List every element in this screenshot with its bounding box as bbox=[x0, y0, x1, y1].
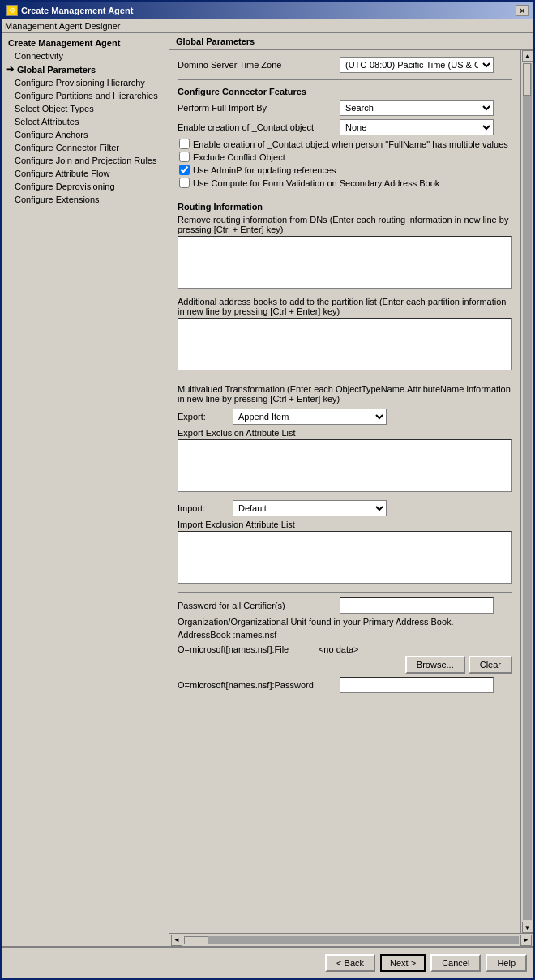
scroll-right-button[interactable]: ► bbox=[520, 935, 532, 946]
main-scroll-content: Domino Server Time Zone (UTC-08:00) Paci… bbox=[169, 50, 520, 933]
separator-2 bbox=[178, 195, 512, 195]
scroll-left-button[interactable]: ◄ bbox=[171, 935, 182, 946]
enable-contact-select[interactable]: None All bbox=[340, 119, 494, 135]
scroll-thumb[interactable] bbox=[523, 63, 531, 96]
horizontal-scrollbar: ◄ ► bbox=[169, 933, 533, 946]
routing-title: Routing Information bbox=[178, 202, 512, 212]
import-select[interactable]: Default Custom bbox=[233, 500, 387, 516]
separator-3 bbox=[178, 379, 512, 379]
cancel-button[interactable]: Cancel bbox=[430, 954, 481, 972]
sidebar-active-label: Global Parameters bbox=[17, 65, 96, 75]
horiz-scroll-thumb[interactable] bbox=[184, 936, 208, 944]
help-button[interactable]: Help bbox=[486, 954, 527, 972]
connector-features-section: Configure Connector Features Perform Ful… bbox=[178, 87, 512, 188]
scroll-up-button[interactable]: ▲ bbox=[522, 50, 533, 62]
sidebar-item-configure-provisioning-hierarchy[interactable]: Configure Provisioning Hierarchy bbox=[2, 76, 169, 89]
sidebar-item-configure-anchors[interactable]: Configure Anchors bbox=[2, 128, 169, 141]
certifier-section: Password for all Certifier(s) Organizati… bbox=[178, 597, 512, 693]
sidebar-item-create-management-agent[interactable]: Create Management Agent bbox=[2, 36, 169, 49]
perform-full-import-select[interactable]: Search Directory bbox=[340, 100, 494, 116]
perform-full-import-row: Perform Full Import By Search Directory bbox=[178, 100, 512, 116]
cb2-checkbox[interactable] bbox=[179, 152, 190, 162]
routing-textarea2-label: Additional address books to add to the p… bbox=[178, 297, 512, 316]
menu-bar: Management Agent Designer bbox=[2, 19, 533, 33]
sidebar-item-configure-partitions-hierarchies[interactable]: Configure Partitions and Hierarchies bbox=[2, 89, 169, 102]
sidebar: Create Management Agent Connectivity ➔ G… bbox=[2, 33, 169, 946]
clear-button[interactable]: Clear bbox=[469, 656, 512, 674]
sidebar-item-configure-extensions[interactable]: Configure Extensions bbox=[2, 193, 169, 206]
export-exclusion-wrapper: Export Exclusion Attribute List bbox=[178, 428, 512, 494]
multivalued-section: Multivalued Transformation (Enter each O… bbox=[178, 384, 512, 585]
separator-4 bbox=[178, 592, 512, 593]
timezone-label: Domino Server Time Zone bbox=[178, 60, 340, 70]
org-note: Organization/Organizational Unit found i… bbox=[178, 617, 512, 627]
enable-contact-label: Enable creation of _Contact object bbox=[178, 122, 340, 132]
export-select[interactable]: Append Item Replace Item bbox=[233, 409, 387, 425]
export-row: Export: Append Item Replace Item bbox=[178, 409, 512, 425]
address-book: AddressBook :names.nsf bbox=[178, 630, 512, 640]
routing-textarea1-label: Remove routing information from DNs (Ent… bbox=[178, 215, 512, 234]
file-label-text: O=microsoft[names.nsf]:File bbox=[178, 644, 289, 654]
perform-full-import-label: Perform Full Import By bbox=[178, 103, 340, 113]
file-value: <no data> bbox=[319, 644, 359, 654]
content-area: Create Management Agent Connectivity ➔ G… bbox=[2, 33, 533, 946]
enable-contact-row: Enable creation of _Contact object None … bbox=[178, 119, 512, 135]
cb3-label: Use AdminP for updating references bbox=[193, 165, 336, 175]
main-panel: Global Parameters Domino Server Time Zon… bbox=[169, 33, 533, 946]
sidebar-item-configure-join-projection-rules[interactable]: Configure Join and Projection Rules bbox=[2, 154, 169, 167]
bottom-bar: < Back Next > Cancel Help bbox=[2, 946, 533, 978]
next-button[interactable]: Next > bbox=[380, 954, 426, 972]
sidebar-item-select-object-types[interactable]: Select Object Types bbox=[2, 102, 169, 115]
import-label: Import: bbox=[178, 503, 226, 513]
app-icon: ⚙ bbox=[6, 5, 18, 16]
certifier-password-row: Password for all Certifier(s) bbox=[178, 597, 512, 614]
file-label: O=microsoft[names.nsf]:File <no data> bbox=[178, 644, 512, 654]
title-bar-left: ⚙ Create Management Agent bbox=[6, 5, 133, 16]
separator-1 bbox=[178, 79, 512, 80]
cb2-label: Exclude Conflict Object bbox=[193, 152, 285, 162]
certifier-password2-row: O=microsoft[names.nsf]:Password bbox=[178, 677, 512, 693]
window-title: Create Management Agent bbox=[21, 6, 133, 15]
checkbox-row-2: Exclude Conflict Object bbox=[178, 152, 512, 162]
export-exclusion-label: Export Exclusion Attribute List bbox=[178, 428, 512, 438]
sidebar-arrow-global-parameters[interactable]: ➔ Global Parameters bbox=[2, 62, 169, 76]
menu-bar-label: Management Agent Designer bbox=[5, 21, 120, 31]
checkbox-row-3: Use AdminP for updating references bbox=[178, 165, 512, 175]
routing-textarea2[interactable] bbox=[178, 318, 512, 370]
browse-row: Browse... Clear bbox=[178, 656, 512, 674]
checkbox-row-1: Enable creation of _Contact object when … bbox=[178, 139, 512, 149]
main-header: Global Parameters bbox=[169, 33, 533, 50]
export-exclusion-textarea[interactable] bbox=[178, 439, 512, 492]
cb1-label: Enable creation of _Contact object when … bbox=[193, 139, 508, 149]
routing-textarea1-wrapper: Remove routing information from DNs (Ent… bbox=[178, 215, 512, 290]
scroll-down-button[interactable]: ▼ bbox=[522, 922, 533, 933]
routing-textarea1[interactable] bbox=[178, 236, 512, 289]
sidebar-item-configure-attribute-flow[interactable]: Configure Attribute Flow bbox=[2, 167, 169, 180]
main-window: ⚙ Create Management Agent ✕ Management A… bbox=[0, 0, 535, 980]
routing-textarea2-wrapper: Additional address books to add to the p… bbox=[178, 297, 512, 372]
certifier-password2-input[interactable] bbox=[340, 677, 494, 693]
sidebar-item-select-attributes[interactable]: Select Attributes bbox=[2, 115, 169, 128]
timezone-row: Domino Server Time Zone (UTC-08:00) Paci… bbox=[178, 57, 512, 73]
certifier-password-label: Password for all Certifier(s) bbox=[178, 601, 340, 610]
title-bar: ⚙ Create Management Agent ✕ bbox=[2, 2, 533, 19]
horiz-scroll-track bbox=[184, 936, 519, 944]
sidebar-item-connectivity[interactable]: Connectivity bbox=[2, 49, 169, 62]
import-exclusion-wrapper: Import Exclusion Attribute List bbox=[178, 520, 512, 585]
back-button[interactable]: < Back bbox=[325, 954, 375, 972]
browse-button[interactable]: Browse... bbox=[405, 656, 465, 674]
import-exclusion-textarea[interactable] bbox=[178, 531, 512, 584]
sidebar-item-configure-connector-filter[interactable]: Configure Connector Filter bbox=[2, 141, 169, 154]
certifier-password-input[interactable] bbox=[340, 597, 494, 614]
timezone-select[interactable]: (UTC-08:00) Pacific Time (US & Ca... bbox=[340, 57, 494, 73]
cb4-label: Use Compute for Form Validation on Secon… bbox=[193, 178, 439, 188]
routing-section: Routing Information Remove routing infor… bbox=[178, 202, 512, 372]
cb1-checkbox[interactable] bbox=[179, 139, 190, 149]
import-exclusion-label: Import Exclusion Attribute List bbox=[178, 520, 512, 529]
sidebar-item-configure-deprovisioning[interactable]: Configure Deprovisioning bbox=[2, 180, 169, 193]
close-button[interactable]: ✕ bbox=[516, 5, 529, 16]
certifier-password2-label: O=microsoft[names.nsf]:Password bbox=[178, 680, 340, 690]
cb3-checkbox[interactable] bbox=[179, 165, 190, 175]
multivalued-title: Multivalued Transformation (Enter each O… bbox=[178, 384, 512, 404]
cb4-checkbox[interactable] bbox=[179, 178, 190, 188]
